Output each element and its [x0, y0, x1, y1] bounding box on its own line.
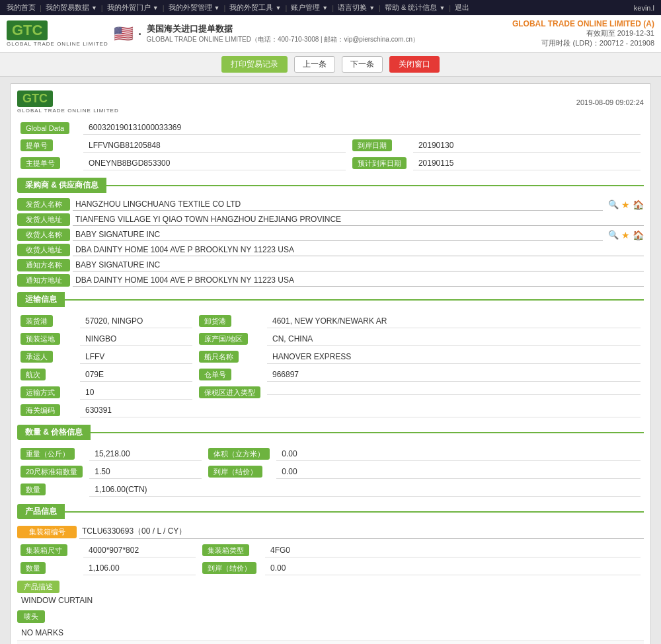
discharge-port-label: 卸货港	[199, 315, 231, 327]
customs-code-label: 海关编码	[20, 404, 60, 416]
sender-star-icon[interactable]: ★	[621, 199, 630, 210]
shipper-section: 采购商 & 供应商信息 发货人名称 HANGZHOU LINGCHUANG TE…	[17, 178, 644, 287]
container-qty-value: 1.50	[89, 465, 202, 479]
bonded-type-label: 保税区进入类型	[199, 386, 260, 398]
bonded-type-value	[267, 390, 641, 395]
receiver-name-row: 收货人名称 BABY SIGNATURE INC 🔍 ★ 🏠	[17, 229, 644, 241]
preload-place-value: NINGBO	[80, 332, 192, 346]
product-price-value: 0.00	[265, 561, 641, 575]
arrival-price-value: 0.00	[276, 465, 641, 479]
transport-row-2: 预装运地 NINGBO 原产国/地区 CN, CHINA	[17, 330, 644, 348]
global-data-value: 600320190131000033369	[83, 121, 641, 135]
nav-portal[interactable]: 我的外贸门户 ▼	[107, 3, 159, 13]
transport-row-1: 装货港 57020, NINGPO 卸货港 4601, NEW YORK/NEW…	[17, 312, 644, 330]
product-qty-label: 数量	[20, 562, 46, 574]
page-title: 美国海关进口提单数据	[147, 23, 419, 35]
qty-value: 1,106.00(CTN)	[89, 483, 641, 497]
nav-logout[interactable]: 退出	[455, 3, 469, 13]
voyage-label: 航次	[20, 369, 46, 380]
container-num-row: 集装箱编号 TCLU6330693（00 / L / CY）	[17, 524, 644, 539]
marks-label: 唛头	[17, 610, 45, 623]
next-button[interactable]: 下一条	[342, 56, 383, 73]
receiver-addr-label: 收货人地址	[17, 244, 70, 256]
flag-icon: 🇺🇸	[114, 24, 134, 43]
quantity-title: 数量 & 价格信息	[17, 425, 91, 440]
card-header: GTC GLOBAL TRADE ONLINE LIMITED 2019-08-…	[17, 90, 644, 114]
sender-name-icons: 🔍 ★ 🏠	[608, 199, 644, 210]
nav-home[interactable]: 我的首页	[7, 3, 36, 13]
document-card: GTC GLOBAL TRADE ONLINE LIMITED 2019-08-…	[10, 83, 651, 644]
weight-value: 15,218.00	[89, 447, 202, 461]
container-type-value: 4FG0	[265, 544, 641, 557]
receiver-name-icons: 🔍 ★ 🏠	[608, 230, 644, 240]
container-size-value: 4000*907*802	[83, 544, 196, 557]
close-button[interactable]: 关闭窗口	[389, 56, 440, 73]
product-section: 产品信息 集装箱编号 TCLU6330693（00 / L / CY） 集装箱尺…	[17, 504, 644, 640]
nav-tools[interactable]: 我的外贸工具 ▼	[229, 3, 281, 13]
arrival-date-label: 到岸日期	[352, 139, 392, 151]
expiry-info: 有效期至 2019-12-31	[512, 28, 654, 38]
card-logo: GTC GLOBAL TRADE ONLINE LIMITED	[17, 90, 119, 114]
product-row-2: 数量 1,106.00 到岸（结价） 0.00	[17, 559, 644, 577]
ldr-info: 可用时段 (LDR)：200712 - 201908	[512, 38, 654, 48]
transport-row-3: 承运人 LFFV 船只名称 HANOVER EXPRESS	[17, 348, 644, 366]
shipper-header: 采购商 & 供应商信息	[17, 178, 644, 193]
global-data-table: Global Data 600320190131000033369 提单号 LF…	[17, 119, 644, 172]
main-bill-row: 主提单号 ONEYNB8BGD853300 预计到库日期 20190115	[17, 155, 644, 172]
arrival-date-value: 20190130	[413, 139, 641, 153]
volume-label: 体积（立方米）	[208, 448, 270, 460]
nav-language[interactable]: 语言切换 ▼	[338, 3, 375, 13]
nav-trade-data[interactable]: 我的贸易数据 ▼	[46, 3, 97, 13]
product-row-1: 集装箱尺寸 4000*907*802 集装箱类型 4FG0	[17, 542, 644, 559]
receiver-home-icon[interactable]: 🏠	[633, 230, 644, 240]
carrier-label: 承运人	[20, 351, 53, 363]
main-bill-label: 主提单号	[20, 157, 60, 169]
main-content: GTC GLOBAL TRADE ONLINE LIMITED 2019-08-…	[0, 77, 661, 644]
shipper-title: 采购商 & 供应商信息	[17, 178, 106, 193]
notify-name-label: 通知方名称	[17, 259, 70, 271]
quantity-section: 数量 & 价格信息 重量（公斤） 15,218.00 体积（立方米） 0.00 …	[17, 425, 644, 499]
quantity-table: 重量（公斤） 15,218.00 体积（立方米） 0.00 20尺标准箱数量 1…	[17, 445, 644, 499]
logo-text: GTC	[7, 20, 48, 40]
main-bill-value: ONEYNB8BGD853300	[83, 157, 346, 170]
notify-name-value: BABY SIGNATURE INC	[73, 259, 644, 271]
top-navigation: 我的首页 | 我的贸易数据 ▼ | 我的外贸门户 ▼ | 我的外贸管理 ▼ | …	[0, 0, 661, 15]
sender-name-value: HANGZHOU LINGCHUANG TEXTILE CO LTD	[73, 198, 603, 211]
data-summary-row: 美国海关进口提单数据 1 / 1 600320190131000033369	[17, 640, 644, 644]
nav-account[interactable]: 账户管理 ▼	[291, 3, 328, 13]
product-table: 集装箱尺寸 4000*907*802 集装箱类型 4FG0 数量 1,106.0…	[17, 542, 644, 577]
warehouse-num-value: 966897	[267, 368, 641, 382]
account-name: GLOBAL TRADE ONLINE LIMITED (A)	[512, 19, 654, 28]
sender-search-icon[interactable]: 🔍	[608, 199, 619, 210]
card-logo-sub: GLOBAL TRADE ONLINE LIMITED	[17, 108, 119, 114]
print-button[interactable]: 打印贸易记录	[221, 56, 288, 73]
vessel-name-label: 船只名称	[199, 351, 239, 363]
transport-title: 运输信息	[17, 292, 65, 307]
qty-row-3: 数量 1,106.00(CTN)	[17, 481, 644, 499]
notify-name-row: 通知方名称 BABY SIGNATURE INC	[17, 259, 644, 271]
qty-row-1: 重量（公斤） 15,218.00 体积（立方米） 0.00	[17, 445, 644, 463]
qty-label: 数量	[20, 483, 46, 495]
logo: GTC GLOBAL TRADE ONLINE LIMITED	[7, 20, 108, 47]
sender-home-icon[interactable]: 🏠	[633, 199, 644, 210]
quantity-header: 数量 & 价格信息	[17, 425, 644, 440]
weight-label: 重量（公斤）	[20, 448, 75, 460]
notify-addr-row: 通知方地址 DBA DAINTY HOME 1004 AVE P BROOKLY…	[17, 274, 644, 287]
nav-help[interactable]: 帮助 & 统计信息 ▼	[385, 3, 445, 13]
receiver-search-icon[interactable]: 🔍	[608, 230, 619, 240]
receiver-addr-row: 收货人地址 DBA DAINTY HOME 1004 AVE P BROOKLY…	[17, 244, 644, 256]
container-num-label: 集装箱编号	[17, 526, 77, 538]
estimated-date-label: 预计到库日期	[352, 157, 407, 169]
shipper-header-line	[106, 185, 644, 186]
container-num-value: TCLU6330693（00 / L / CY）	[79, 524, 644, 539]
prev-button[interactable]: 上一条	[294, 56, 335, 73]
bill-value: LFFVNGB81205848	[83, 139, 346, 153]
nav-management[interactable]: 我的外贸管理 ▼	[169, 3, 220, 13]
notify-addr-label: 通知方地址	[17, 274, 70, 287]
product-qty-value: 1,106.00	[83, 561, 196, 575]
origin-country-label: 原产国/地区	[199, 333, 248, 345]
receiver-star-icon[interactable]: ★	[621, 230, 630, 240]
container-type-label: 集装箱类型	[202, 544, 249, 556]
card-datetime: 2019-08-09 09:02:24	[576, 98, 644, 106]
warehouse-num-label: 仓单号	[199, 369, 231, 380]
